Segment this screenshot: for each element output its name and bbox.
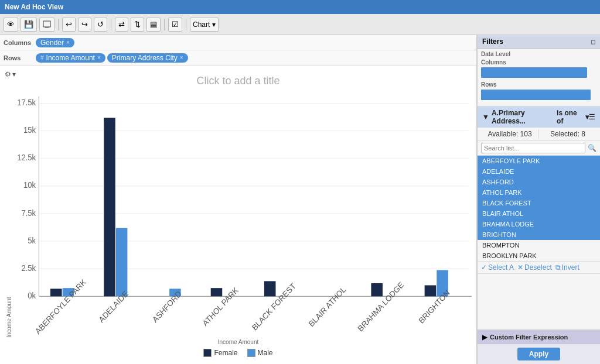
svg-text:15k: 15k [23,126,36,135]
svg-rect-0 [43,21,50,27]
gear-icon: ⚙ [5,70,11,78]
income-pill-remove[interactable]: × [97,54,101,61]
bar-adelaide-female [104,118,115,296]
undo-btn[interactable]: ↩ [62,18,76,32]
check-btn[interactable]: ☑ [168,18,182,32]
filter-search-input[interactable] [481,143,585,153]
income-pill-label: Income Amount [46,54,95,62]
address-filter-header[interactable]: ▼ A.Primary Address... is one of ▾ ☰ [478,107,600,128]
view-toggle-btn[interactable]: 👁 [4,18,18,32]
invert-label: Invert [562,263,579,272]
expand-arrow-icon: ▼ [482,113,489,121]
separator-1 [58,19,59,30]
columns-filter-container: Columns [481,59,596,78]
list-item-brooklynpark[interactable]: BROOKLYN PARK [478,250,600,261]
deselect-label: Deselect [524,263,552,272]
filter-menu-icon[interactable]: ☰ [589,113,595,121]
gender-pill-remove[interactable]: × [66,39,70,46]
invert-btn[interactable]: ⧉ Invert [555,263,579,272]
bar-atholpark-female [211,288,223,296]
bar-aberfoyle-female [50,289,62,296]
columns-filter-bar[interactable] [481,67,587,78]
svg-text:7.5k: 7.5k [21,208,36,218]
rows-shelf-label: Rows [4,54,36,61]
filter-top-section: Data Level Columns Rows [478,49,600,107]
export-btn[interactable] [39,18,54,32]
rows-shelf: Rows # Income Amount × Primary Address C… [0,50,476,66]
city-pill-remove[interactable]: × [180,54,183,61]
svg-text:2.5k: 2.5k [21,263,36,273]
redo-btn[interactable]: ↪ [78,18,91,32]
filter-search-bar: 🔍 [478,141,600,156]
list-item-brahmalodge[interactable]: BRAHMA LODGE [478,219,600,229]
bar-brahmalodge-female [371,283,383,296]
bar-adelaide-male [116,228,128,297]
select-all-btn[interactable]: ✓ Select A [481,263,514,272]
swap-btn[interactable]: ⇄ [115,18,128,32]
svg-text:12.5k: 12.5k [17,153,36,163]
svg-text:0k: 0k [28,291,36,300]
chart-type-arrow: ▾ [212,20,216,29]
city-pill-label: Primary Address City [112,54,178,62]
svg-text:ASHFORD: ASHFORD [151,289,183,324]
filter-columns-label: Columns [481,59,596,66]
list-item-adelaide[interactable]: ADELAIDE [478,166,600,177]
rows-filter-bar[interactable] [481,90,591,100]
invert-icon: ⧉ [555,263,561,272]
refresh-btn[interactable]: ↺ [94,18,107,32]
rows-filter-container: Rows [481,81,596,100]
filter-panel: Filters ◻ Data Level Columns Rows ▼ [477,35,600,364]
chart-title[interactable]: Click to add a title [196,75,279,87]
bar-chart-svg-wrapper: Income Amount [5,90,472,338]
x-icon: ✕ [517,263,523,272]
filter-rows-label: Rows [481,81,596,88]
list-item-brighton[interactable]: BRIGHTON [478,229,600,240]
deselect-btn[interactable]: ✕ Deselect [517,263,552,272]
filter-selected-count: Selected: 8 [539,129,596,139]
svg-text:BLAIR ATHOL: BLAIR ATHOL [307,285,347,329]
sort-btn[interactable]: ⇅ [131,18,144,32]
list-item-aberfoyle[interactable]: ABERFOYLE PARK [478,156,600,166]
list-item-blairathol[interactable]: BLAIR ATHOL [478,208,600,219]
chart-type-select[interactable]: Chart ▾ [190,18,219,32]
chart-legend: Female Male [5,346,472,359]
apply-button[interactable]: Apply [517,348,560,360]
chart-content: ⚙ ▾ Click to add a title Income Amount [0,66,476,364]
list-item-atholpark[interactable]: ATHOL PARK [478,187,600,198]
list-item-blackforest[interactable]: BLACK FOREST [478,198,600,208]
title-bar: New Ad Hoc View [0,0,600,14]
svg-text:ABERFOYLE PARK: ABERFOYLE PARK [33,277,87,336]
filter-counts: Available: 103 Selected: 8 [478,128,600,141]
address-filter-title: ▼ A.Primary Address... is one of ▾ [482,109,589,125]
chart-panel: Columns Gender × Rows # Income Amount × … [0,35,477,364]
columns-shelf: Columns Gender × [0,35,476,50]
custom-filter-header[interactable]: ▶ Custom Filter Expression [478,330,600,344]
legend-female-swatch [203,349,212,357]
apply-btn-area: Apply [478,344,600,364]
filter-collapse-icon[interactable]: ◻ [591,39,595,45]
save-btn[interactable]: 💾 [21,18,37,32]
city-pill[interactable]: Primary Address City × [107,53,188,63]
custom-filter-title: Custom Filter Expression [490,334,568,341]
check-icon: ✓ [481,263,487,272]
bar-brighton-female [425,285,437,296]
chart-type-label: Chart [193,20,210,29]
gender-pill[interactable]: Gender × [36,38,74,47]
layout-btn[interactable]: ▤ [146,18,161,32]
legend-female: Female [203,349,237,357]
rows-pills: # Income Amount × Primary Address City × [36,53,188,63]
legend-male-swatch [247,349,255,357]
chart-svg-area: 0k 2.5k 5k 7.5k 10k 12.5k 15k 17.5k [13,90,472,338]
columns-shelf-label: Columns [4,39,36,46]
chart-settings[interactable]: ⚙ ▾ [5,70,16,78]
list-item-brompton[interactable]: BROMPTON [478,240,600,250]
income-pill[interactable]: # Income Amount × [36,53,105,63]
filter-header: Filters ◻ [478,35,600,49]
legend-female-label: Female [214,349,237,357]
bar-chart-container: Income Amount [5,90,472,359]
separator-2 [111,19,111,30]
condition-label: is one of [557,109,583,125]
bar-chart-svg: 0k 2.5k 5k 7.5k 10k 12.5k 15k 17.5k [13,90,472,338]
main-layout: Columns Gender × Rows # Income Amount × … [0,35,600,364]
list-item-ashford[interactable]: ASHFORD [478,177,600,187]
